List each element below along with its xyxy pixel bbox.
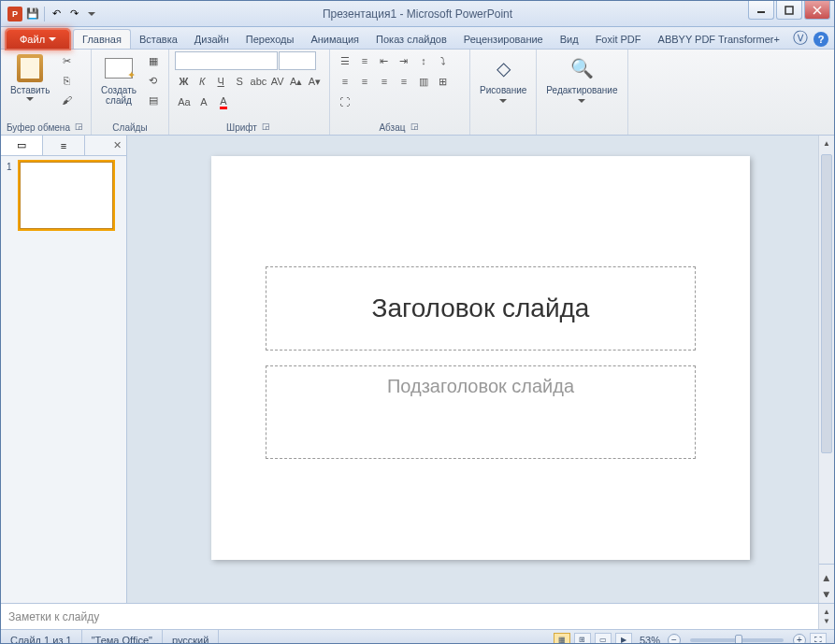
format-painter-icon[interactable]: 🖌	[57, 91, 76, 109]
tab-home[interactable]: Главная	[73, 29, 131, 49]
clear-format-icon[interactable]: Aa	[175, 93, 194, 111]
notes-placeholder: Заметки к слайду	[8, 610, 99, 623]
prev-slide-icon[interactable]: ⯅	[819, 571, 834, 587]
slideshow-view-icon[interactable]: ▶	[615, 633, 632, 645]
sorter-view-icon[interactable]: ⊞	[574, 633, 591, 645]
tab-design[interactable]: Дизайн	[186, 30, 238, 49]
fit-to-window-icon[interactable]: ⛶	[810, 633, 827, 645]
tab-foxit-pdf[interactable]: Foxit PDF	[587, 30, 650, 49]
tab-file[interactable]: Файл	[7, 30, 69, 49]
vertical-scrollbar[interactable]: ▲ ⯅ ⯆	[818, 136, 834, 603]
svg-rect-1	[785, 7, 793, 14]
help-icon[interactable]: ?	[813, 32, 828, 47]
tab-insert[interactable]: Вставка	[131, 30, 186, 49]
notes-scrollbar[interactable]: ▲ ▼	[818, 604, 834, 629]
char-spacing-icon[interactable]: AV	[268, 72, 286, 91]
status-slide-info[interactable]: Слайд 1 из 1	[1, 630, 82, 644]
subtitle-placeholder[interactable]: Подзаголовок слайда	[266, 365, 696, 459]
outline-tab[interactable]: ≡	[43, 136, 85, 155]
zoom-out-icon[interactable]: −	[668, 634, 681, 645]
drawing-button[interactable]: ◇ Рисование	[476, 51, 530, 108]
reading-view-icon[interactable]: ▭	[595, 633, 612, 645]
notes-splitter[interactable]	[1, 601, 834, 604]
increase-indent-icon[interactable]: ⇥	[395, 51, 413, 70]
tab-animations[interactable]: Анимация	[302, 30, 367, 49]
save-icon[interactable]: 💾	[24, 6, 41, 22]
decrease-indent-icon[interactable]: ⇤	[375, 51, 394, 70]
slide-thumbnail[interactable]	[20, 162, 113, 229]
app-icon[interactable]: P	[7, 6, 23, 22]
slide-canvas[interactable]: Заголовок слайда Подзаголовок слайда	[211, 156, 750, 560]
status-theme[interactable]: "Тема Office"	[82, 630, 163, 644]
justify-icon[interactable]: ≡	[395, 72, 413, 91]
qat-dropdown-icon[interactable]	[83, 6, 100, 22]
notes-pane[interactable]: Заметки к слайду ▲ ▼	[1, 603, 834, 629]
layout-icon[interactable]: ▦	[144, 51, 163, 70]
normal-view-icon[interactable]: ▦	[554, 633, 570, 645]
text-direction-icon[interactable]: ⤵	[434, 51, 453, 70]
italic-icon[interactable]: К	[194, 72, 211, 91]
numbering-icon[interactable]: ≡	[355, 51, 374, 70]
close-button[interactable]	[804, 1, 830, 20]
tab-review[interactable]: Рецензирование	[455, 30, 552, 49]
align-right-icon[interactable]: ≡	[375, 72, 394, 91]
statusbar: Слайд 1 из 1 "Тема Office" русский ▦ ⊞ ▭…	[1, 629, 834, 644]
group-paragraph: ☰ ≡ ⇤ ⇥ ↕ ⤵ ≡ ≡ ≡ ≡ ▥ ⊞ ⛶ Абзац◲	[330, 50, 470, 135]
tab-abbyy[interactable]: ABBYY PDF Transformer+	[650, 30, 788, 49]
thumbnails-tab[interactable]: ▭	[1, 136, 43, 155]
align-center-icon[interactable]: ≡	[355, 72, 374, 91]
notes-scroll-down-icon[interactable]: ▼	[819, 613, 834, 629]
status-language[interactable]: русский	[163, 630, 219, 644]
grow-font-icon[interactable]: A▴	[287, 72, 305, 91]
align-text-icon[interactable]: ⊞	[434, 72, 453, 91]
tab-transitions[interactable]: Переходы	[238, 30, 303, 49]
columns-icon[interactable]: ▥	[414, 72, 433, 91]
bold-icon[interactable]: Ж	[175, 72, 193, 91]
group-drawing: ◇ Рисование	[470, 50, 537, 135]
change-case-icon[interactable]: A	[194, 93, 213, 111]
font-size-combo[interactable]	[279, 51, 316, 70]
section-icon[interactable]: ▤	[144, 91, 163, 109]
minimize-button[interactable]	[748, 1, 774, 20]
underline-icon[interactable]: Ч	[212, 72, 230, 91]
font-name-combo[interactable]	[175, 51, 278, 70]
scroll-up-icon[interactable]: ▲	[819, 136, 834, 151]
new-slide-button[interactable]: Создать слайд	[97, 51, 140, 107]
maximize-button[interactable]	[776, 1, 802, 20]
strike-icon[interactable]: S	[231, 72, 249, 91]
undo-icon[interactable]: ↶	[48, 6, 65, 22]
ribbon-minimize-icon[interactable]: ⓥ	[793, 29, 808, 49]
scroll-thumb[interactable]	[821, 154, 832, 453]
slide-editor[interactable]: Заголовок слайда Подзаголовок слайда ▲ ⯅…	[127, 136, 834, 603]
group-font: Ж К Ч S abc AV A▴ A▾ Aa A A Шрифт◲	[169, 50, 330, 135]
paste-button[interactable]: Вставить	[7, 51, 53, 107]
zoom-thumb[interactable]	[735, 635, 742, 645]
group-editing: 🔍 Редактирование	[537, 50, 627, 135]
font-dialog-launcher[interactable]: ◲	[261, 122, 272, 133]
thumbnail-item[interactable]: 1	[7, 162, 121, 229]
font-color-icon[interactable]: A	[214, 93, 233, 111]
align-left-icon[interactable]: ≡	[336, 72, 354, 91]
line-spacing-icon[interactable]: ↕	[414, 51, 433, 70]
editing-button[interactable]: 🔍 Редактирование	[542, 51, 621, 108]
scroll-split[interactable]	[819, 564, 834, 571]
copy-icon[interactable]: ⎘	[57, 71, 76, 90]
tab-slideshow[interactable]: Показ слайдов	[367, 30, 455, 49]
reset-icon[interactable]: ⟲	[144, 71, 163, 90]
smartart-icon[interactable]: ⛶	[336, 93, 354, 111]
title-placeholder[interactable]: Заголовок слайда	[266, 266, 696, 351]
shadow-icon[interactable]: abc	[250, 72, 268, 91]
bullets-icon[interactable]: ☰	[336, 51, 354, 70]
tab-view[interactable]: Вид	[552, 30, 587, 49]
paragraph-dialog-launcher[interactable]: ◲	[410, 122, 421, 133]
panel-close-icon[interactable]: ✕	[108, 136, 126, 155]
ribbon-tabstrip: Файл Главная Вставка Дизайн Переходы Ани…	[1, 27, 834, 50]
zoom-in-icon[interactable]: +	[793, 634, 806, 645]
redo-icon[interactable]: ↷	[65, 6, 82, 22]
zoom-slider[interactable]	[690, 638, 784, 642]
content-area: ▭ ≡ ✕ 1 Заголовок слайда Подзаголовок сл…	[1, 136, 834, 603]
clipboard-dialog-launcher[interactable]: ◲	[74, 122, 85, 133]
shrink-font-icon[interactable]: A▾	[306, 72, 324, 91]
zoom-value[interactable]: 53%	[640, 635, 660, 645]
cut-icon[interactable]: ✂	[57, 51, 76, 70]
